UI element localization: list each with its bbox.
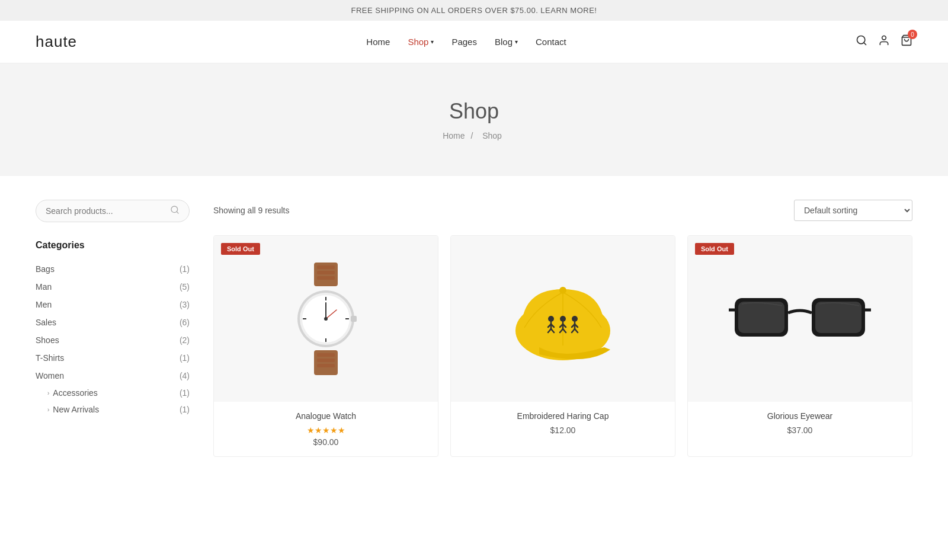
cart-badge: 0: [908, 30, 917, 39]
svg-rect-20: [351, 316, 357, 322]
product-name-glasses: Glorious Eyewear: [697, 411, 902, 421]
subcategory-new-arrivals[interactable]: › New Arrivals (1): [36, 401, 190, 418]
product-card-cap[interactable]: Embroidered Haring Cap $12.00: [450, 235, 675, 457]
product-price-cap: $12.00: [460, 425, 665, 435]
page-title: Shop: [12, 99, 936, 124]
product-image-cap: [451, 236, 675, 402]
nav-home[interactable]: Home: [366, 37, 390, 47]
breadcrumb-home[interactable]: Home: [443, 131, 465, 140]
svg-rect-48: [815, 302, 861, 333]
product-card-watch[interactable]: Sold Out: [213, 235, 438, 457]
svg-point-39: [572, 316, 578, 322]
category-men-label: Men: [36, 300, 52, 309]
top-banner: FREE SHIPPING ON ALL ORDERS OVER $75.00.…: [0, 0, 948, 21]
new-arrivals-arrow: ›: [47, 407, 49, 413]
search-box[interactable]: [36, 200, 190, 222]
svg-rect-9: [317, 276, 335, 280]
product-badge-watch: Sold Out: [221, 243, 260, 255]
accessories-arrow: ›: [47, 390, 49, 396]
svg-line-1: [864, 43, 866, 45]
svg-point-19: [324, 317, 328, 321]
category-sales-count: (6): [180, 318, 190, 327]
svg-rect-16: [345, 318, 349, 319]
svg-rect-24: [317, 364, 335, 367]
category-bags-label: Bags: [36, 264, 55, 274]
svg-rect-7: [317, 265, 335, 269]
svg-rect-46: [738, 302, 784, 333]
breadcrumb: Home / Shop: [12, 131, 936, 140]
nav-shop-label[interactable]: Shop: [408, 37, 428, 47]
search-input[interactable]: [46, 206, 170, 216]
product-name-cap: Embroidered Haring Cap: [460, 411, 665, 421]
product-badge-glasses: Sold Out: [695, 243, 734, 255]
category-bags[interactable]: Bags (1): [36, 260, 190, 278]
product-image-watch: [214, 236, 438, 402]
header: haute Home Shop ▾ Pages Blog ▾ Contact 0: [0, 21, 948, 63]
category-shoes-count: (2): [180, 335, 190, 345]
category-tshirts-label: T-Shirts: [36, 353, 64, 363]
product-info-glasses: Glorious Eyewear $37.00: [688, 402, 912, 444]
nav-contact[interactable]: Contact: [536, 37, 566, 47]
nav-blog[interactable]: Blog ▾: [495, 37, 518, 47]
svg-rect-13: [325, 297, 326, 300]
product-info-watch: Analogue Watch ★★★★★ $90.00: [214, 402, 438, 456]
svg-rect-14: [325, 338, 326, 342]
category-tshirts[interactable]: T-Shirts (1): [36, 349, 190, 367]
subcategory-accessories-count: (1): [180, 388, 190, 398]
svg-rect-8: [317, 271, 335, 274]
svg-rect-23: [317, 359, 335, 362]
blog-dropdown-arrow: ▾: [515, 39, 518, 45]
svg-rect-22: [317, 353, 335, 357]
category-tshirts-count: (1): [180, 353, 190, 363]
product-stars-watch: ★★★★★: [223, 425, 428, 435]
subcategory-new-arrivals-count: (1): [180, 405, 190, 414]
subcategory-accessories[interactable]: › Accessories (1): [36, 385, 190, 401]
category-man[interactable]: Man (5): [36, 278, 190, 296]
main-nav: Home Shop ▾ Pages Blog ▾ Contact: [366, 37, 566, 47]
header-icons: 0: [856, 34, 912, 49]
category-man-label: Man: [36, 282, 52, 292]
svg-rect-15: [303, 318, 306, 319]
results-count: Showing all 9 results: [213, 206, 289, 215]
category-shoes[interactable]: Shoes (2): [36, 331, 190, 349]
svg-point-27: [548, 316, 554, 322]
category-sales[interactable]: Sales (6): [36, 313, 190, 331]
svg-line-5: [177, 212, 178, 213]
categories-title: Categories: [36, 240, 190, 251]
cart-icon[interactable]: 0: [901, 34, 912, 49]
category-women-count: (4): [180, 371, 190, 380]
category-shoes-label: Shoes: [36, 335, 59, 345]
product-card-glasses[interactable]: Sold Out: [687, 235, 912, 457]
subcategory-new-arrivals-label: New Arrivals: [53, 405, 99, 414]
category-bags-count: (1): [180, 264, 190, 274]
search-icon[interactable]: [856, 34, 867, 49]
svg-point-2: [882, 36, 886, 40]
category-sales-label: Sales: [36, 318, 56, 327]
breadcrumb-separator: /: [470, 131, 473, 140]
product-image-glasses: [688, 236, 912, 402]
nav-blog-label[interactable]: Blog: [495, 37, 513, 47]
page-hero: Shop Home / Shop: [0, 63, 948, 176]
category-women[interactable]: Women (4): [36, 367, 190, 385]
sidebar: Categories Bags (1) Man (5) Men (3) Sale…: [36, 200, 190, 457]
category-men-count: (3): [180, 300, 190, 309]
banner-text: FREE SHIPPING ON ALL ORDERS OVER $75.00.…: [351, 6, 597, 15]
breadcrumb-current: Shop: [482, 131, 502, 140]
account-icon[interactable]: [878, 34, 890, 49]
logo[interactable]: haute: [36, 33, 77, 51]
shop-dropdown-arrow: ▾: [431, 39, 434, 45]
svg-point-33: [560, 316, 566, 322]
product-price-glasses: $37.00: [697, 425, 902, 435]
products-header: Showing all 9 results Default sorting So…: [213, 200, 912, 221]
product-price-watch: $90.00: [223, 437, 428, 447]
sort-select[interactable]: Default sorting Sort by popularity Sort …: [794, 200, 912, 221]
nav-pages[interactable]: Pages: [451, 37, 477, 47]
subcategory-accessories-label: Accessories: [53, 388, 97, 398]
search-icon: [170, 205, 180, 217]
category-women-label: Women: [36, 371, 64, 380]
category-man-count: (5): [180, 282, 190, 292]
category-men[interactable]: Men (3): [36, 296, 190, 313]
products-area: Showing all 9 results Default sorting So…: [213, 200, 912, 457]
product-info-cap: Embroidered Haring Cap $12.00: [451, 402, 675, 444]
nav-shop[interactable]: Shop ▾: [408, 37, 434, 47]
